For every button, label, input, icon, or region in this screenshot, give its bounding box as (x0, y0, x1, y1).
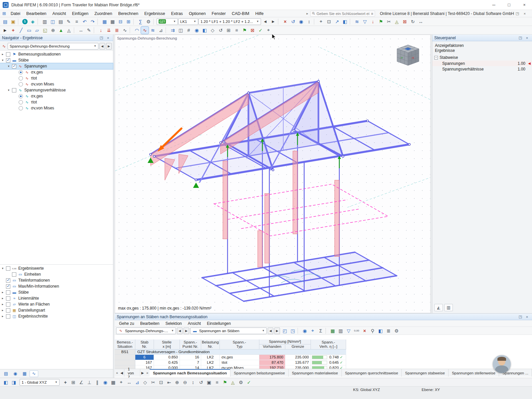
calculation-settings-icon[interactable]: ⚙ (145, 18, 152, 25)
stelle-cell[interactable]: 0.850 (154, 355, 180, 360)
save-icon[interactable]: ◫ (49, 18, 57, 25)
vorhanden-cell[interactable]: 87.470 (259, 360, 285, 365)
navigator-tree-item[interactable]: ▸ ≈ Liniennähte (0, 295, 113, 301)
loadcase-combo[interactable]: LK1 ▼ (178, 18, 198, 25)
orbit-icon[interactable]: ↺ (197, 379, 205, 386)
model-3d-canvas[interactable]: -Y -X (115, 35, 430, 313)
expander-icon[interactable]: ▾ (1, 59, 5, 62)
tree-checkbox[interactable] (19, 70, 23, 74)
minimize-button[interactable]: ─ (486, 0, 501, 10)
menu-item[interactable]: Ansicht (50, 11, 69, 17)
tree-checkbox[interactable] (6, 296, 10, 301)
table-tab[interactable]: Spannungen nach Bemessungssituation (150, 369, 230, 377)
table-menu-item[interactable]: Ansicht (185, 321, 204, 326)
previous-result-button[interactable]: ◀ (99, 43, 105, 50)
menu-item[interactable]: Datei (8, 11, 23, 17)
grid-display-icon[interactable]: ▦ (109, 379, 117, 386)
next-loadcase-icon[interactable]: ▶ (269, 18, 277, 25)
close-button[interactable]: × (517, 0, 532, 10)
dlubal-center-icon[interactable]: ◈ (29, 18, 37, 25)
search-table-icon[interactable]: ⚲ (369, 327, 376, 334)
object-snap-icon[interactable]: ◉ (101, 379, 109, 386)
factor-value[interactable]: 1.00 (511, 67, 525, 71)
menu-item[interactable]: Ergebnisse (141, 11, 168, 17)
table-menu-item[interactable]: Bearbeiten (137, 321, 162, 326)
insert-hinge-icon[interactable]: ◬ (65, 27, 73, 34)
menu-item[interactable]: CAD-BIM (229, 11, 252, 17)
select-pointer-icon[interactable]: ► (1, 27, 9, 34)
saved-views-icon[interactable]: ▣ (205, 379, 213, 386)
tree-checkbox[interactable] (6, 302, 10, 307)
table-front-icon[interactable]: ◰ (281, 327, 289, 334)
show-annotations-icon[interactable]: ⚑ (377, 18, 385, 25)
belastung-cell[interactable]: LK2 (201, 360, 220, 365)
smooth-contours-icon[interactable]: ≋ (353, 18, 361, 25)
navigator-tree-item[interactable]: ▾ ∿ Spannungen (0, 63, 113, 69)
tree-checkbox[interactable] (6, 58, 10, 63)
annotation-icon[interactable]: ✎ (85, 27, 93, 34)
new-window-icon[interactable]: ⊞ (125, 18, 132, 25)
contour-results-icon[interactable]: ≋ (149, 27, 157, 34)
rotate-model-icon[interactable]: ↺ (217, 27, 224, 34)
expander-icon[interactable]: ▸ (1, 297, 5, 300)
menu-item[interactable]: Bearbeiten (23, 11, 49, 17)
model-viewport[interactable]: -Y -X Spannungs-Dehnungs-Berechnung max … (115, 35, 431, 313)
stress-results-icon[interactable]: ∿ (141, 27, 149, 34)
close-panel-icon[interactable]: × (524, 314, 530, 320)
tree-checkbox[interactable] (19, 100, 23, 104)
zoom-in-icon[interactable]: ⊕ (173, 379, 181, 386)
navigator-tree-item[interactable]: ∿ τtot (0, 99, 113, 105)
factor-value[interactable]: 1.00 (511, 61, 525, 66)
mirror-icon[interactable]: ◇ (209, 27, 216, 34)
expander-icon[interactable]: ▸ (1, 315, 5, 318)
model-check-icon[interactable]: ✓ (257, 27, 264, 34)
close-panel-icon[interactable]: × (105, 35, 111, 41)
display-factor-row[interactable]: Spannungsverhältnisse 1.00 (432, 66, 532, 72)
zoom-out-icon[interactable]: ⊖ (181, 379, 189, 386)
sum-icon[interactable]: Σ (317, 327, 325, 334)
verhaeltnis-cell[interactable]: 0.645 ✓ (311, 360, 346, 365)
restore-document-icon[interactable]: ◳ (514, 11, 521, 17)
last-page-button[interactable]: » (145, 371, 150, 375)
layers-icon[interactable]: ≡ (233, 27, 240, 34)
close-window-icon[interactable]: ⊠ (401, 18, 409, 25)
visibility-icon[interactable]: ◧ (201, 27, 208, 34)
pan-icon[interactable]: ↕ (189, 379, 197, 386)
tree-checkbox[interactable] (19, 76, 23, 80)
navigator-tree-item[interactable]: ▸ ◫ Ergebnisschnitte (0, 313, 113, 319)
maximize-button[interactable]: □ (501, 0, 517, 10)
navigator-tree-item[interactable]: ▾ ▬ Stäbe (0, 57, 113, 63)
coordinate-system-combo[interactable]: 1 - Global XYZ ▼ (20, 379, 60, 386)
result-envelope-icon[interactable]: ↕ (305, 18, 313, 25)
table-undock-icon[interactable]: ◳ (289, 327, 297, 334)
navigator-tree-item[interactable]: ▭ Titelinformationen (0, 277, 113, 283)
zoom-extents-icon[interactable]: ⇤ (165, 379, 173, 386)
next-page-button[interactable]: ▶ (140, 371, 145, 375)
dimension-icon[interactable]: ↔ (77, 27, 85, 34)
table-result-type-combo[interactable]: ∿ Spannungs-Dehnungs-Berec... ▼ (116, 328, 176, 334)
tree-checkbox[interactable] (19, 94, 23, 98)
close-document-icon[interactable]: × (521, 11, 528, 17)
row-height-icon[interactable]: ≣ (385, 327, 392, 334)
printout-report-icon[interactable]: ▦ (109, 18, 116, 25)
navigator-tree-item[interactable]: ▸ ⚑ Bemessungssituationen (0, 51, 113, 57)
table-tab[interactable]: Spannungen querschnittsweise (342, 369, 402, 377)
navigator-tree-item[interactable]: ▸ ▦ Darstellungsart (0, 307, 113, 313)
decimal-places-icon[interactable]: 0,00 (353, 327, 360, 334)
stab-cell[interactable]: 6 (135, 355, 154, 360)
new-model-icon[interactable]: ▤ (1, 18, 9, 25)
parallel-snap-icon[interactable]: ∥ (93, 379, 101, 386)
mesh-status-icon[interactable]: ◬ (229, 379, 237, 386)
previous-table-button[interactable]: ◀ (177, 328, 183, 334)
insert-support-icon[interactable]: ▲ (57, 27, 65, 34)
line-load-icon[interactable]: ⇊ (105, 27, 113, 34)
insert-node-icon[interactable]: + (9, 27, 17, 34)
navigator-tree-item[interactable]: ▾ x.xx Ergebniswerte (0, 265, 113, 271)
result-type-combo[interactable]: Spannungs-Dehnungs-Berechnung ▼ (8, 43, 98, 50)
filter-table-icon[interactable]: ▽ (345, 327, 352, 334)
status-ok-icon[interactable]: ✓ (245, 379, 253, 386)
expander-icon[interactable]: ▸ (1, 53, 5, 56)
filter-icon[interactable]: ▽ (361, 18, 369, 25)
stab-cell[interactable]: 167 (135, 360, 154, 365)
tree-checkbox[interactable] (19, 82, 23, 86)
